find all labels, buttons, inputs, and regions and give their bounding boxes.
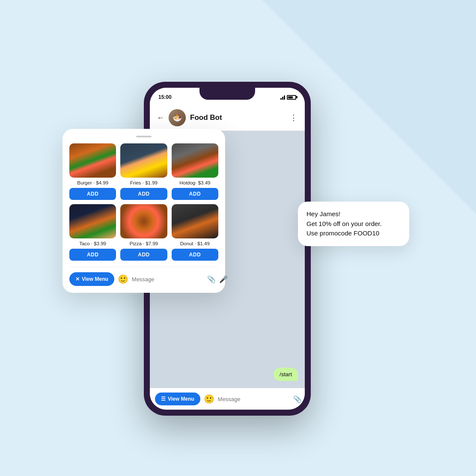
food-label-burger: Burger · $4.99 (77, 180, 108, 185)
battery-icon (287, 95, 296, 100)
signal-icon (280, 95, 285, 100)
view-menu-label: View Menu (168, 396, 194, 402)
food-image-taco (69, 204, 116, 238)
bot-name: Food Bot (190, 113, 286, 122)
scene-container: 15:00 ← 🍜 Food Bot (75, 56, 401, 420)
signal-bar-2 (282, 97, 283, 100)
food-item-burger: Burger · $4.99 ADD (69, 143, 116, 200)
add-pizza-button[interactable]: ADD (120, 249, 167, 261)
more-options-button[interactable]: ⋮ (290, 113, 298, 122)
user-message-bubble: /start (274, 368, 298, 381)
food-image-pizza (120, 204, 167, 238)
add-burger-button[interactable]: ADD (69, 188, 116, 200)
add-fries-button[interactable]: ADD (120, 188, 167, 200)
back-button[interactable]: ← (157, 113, 164, 122)
card-message-input[interactable] (132, 276, 204, 283)
food-label-taco: Taco · $3.99 (79, 241, 106, 246)
food-item-fries: Fries · $1.99 ADD (120, 143, 167, 200)
avatar-image: 🍜 (169, 109, 186, 126)
status-icons (280, 95, 296, 100)
attachment-icon[interactable]: 📎 (293, 395, 302, 403)
food-label-hotdog: Hotdog· $3.49 (179, 180, 210, 185)
battery-fill (288, 96, 293, 98)
food-item-taco: Taco · $3.99 ADD (69, 204, 116, 261)
promo-text: Hey James! Get 10% off on your order. Us… (306, 209, 401, 238)
promo-line2: Get 10% off on your order. (306, 220, 382, 227)
promo-line1: Hey James! (306, 210, 340, 217)
x-icon: ✕ (75, 276, 80, 282)
avatar: 🍜 (169, 109, 186, 126)
add-donut-button[interactable]: ADD (172, 249, 218, 261)
menu-icon: ☰ (161, 396, 166, 402)
card-view-menu-label: View Menu (82, 276, 108, 282)
food-label-donut: Donut · $1.49 (180, 241, 210, 246)
card-emoji-icon[interactable]: 🙂 (118, 274, 128, 284)
message-input[interactable] (218, 396, 290, 402)
add-hotdog-button[interactable]: ADD (172, 188, 218, 200)
chat-header: ← 🍜 Food Bot ⋮ (150, 105, 305, 131)
signal-bar-1 (280, 98, 282, 100)
signal-bar-3 (284, 95, 285, 100)
view-menu-button[interactable]: ☰ View Menu (155, 393, 200, 405)
phone-notch (199, 88, 255, 100)
floating-food-card: Burger · $4.99 ADD Fries · $1.99 ADD Hot… (62, 129, 225, 293)
promo-bubble: Hey James! Get 10% off on your order. Us… (298, 202, 409, 246)
food-item-donut: Donut · $1.49 ADD (172, 204, 218, 261)
emoji-icon[interactable]: 🙂 (204, 394, 214, 404)
card-handle (136, 136, 152, 137)
food-grid: Burger · $4.99 ADD Fries · $1.99 ADD Hot… (69, 143, 218, 261)
food-label-fries: Fries · $1.99 (130, 180, 158, 185)
card-view-menu-button[interactable]: ✕ View Menu (69, 272, 114, 286)
promo-line3: Use promocode FOOD10 (306, 229, 379, 237)
card-input-area: ✕ View Menu 🙂 📎 🎤 (69, 267, 218, 286)
food-label-pizza: Pizza · $7.99 (130, 241, 158, 246)
chat-input-area: ☰ View Menu 🙂 📎 🎤 (150, 388, 305, 410)
food-image-fries (120, 143, 167, 178)
food-image-hotdog (172, 143, 218, 178)
card-microphone-icon[interactable]: 🎤 (219, 275, 228, 283)
food-item-hotdog: Hotdog· $3.49 ADD (172, 143, 218, 200)
food-image-burger (69, 143, 116, 178)
status-time: 15:00 (158, 94, 172, 100)
food-image-donut (172, 204, 218, 238)
add-taco-button[interactable]: ADD (69, 249, 116, 261)
food-item-pizza: Pizza · $7.99 ADD (120, 204, 167, 261)
card-attachment-icon[interactable]: 📎 (207, 275, 216, 283)
